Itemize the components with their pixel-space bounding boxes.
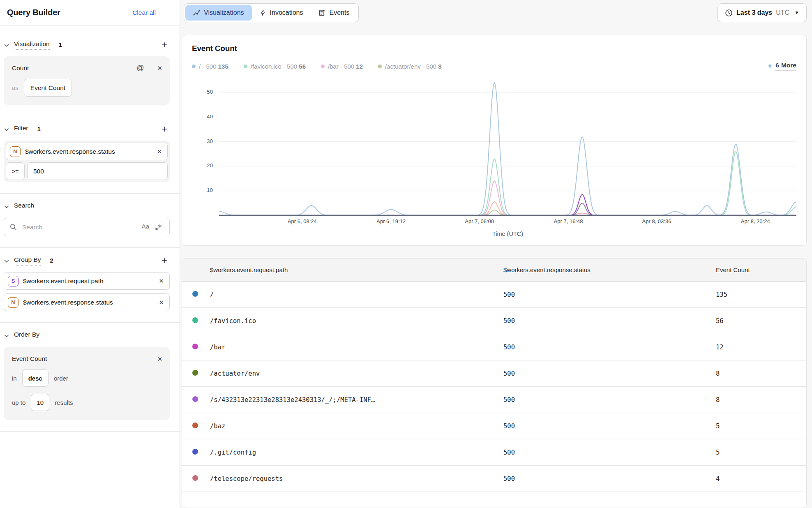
series-color-dot	[192, 317, 198, 323]
time-range-dropdown[interactable]: Last 3 days UTC ▼	[717, 3, 807, 22]
search-section-toggle[interactable]: Search	[4, 202, 34, 211]
cell-event-count: 135	[716, 291, 806, 298]
table-row[interactable]: /baz5005	[182, 413, 806, 439]
cell-response-status: 500	[503, 396, 716, 404]
filter-value-input[interactable]	[27, 162, 168, 180]
legend-dot	[192, 65, 196, 68]
filter-operator-select[interactable]: >=	[6, 162, 25, 180]
filter-field-chip[interactable]: N $workers.event.response.status ✕	[6, 143, 168, 160]
x-axis-labels: Apr 6, 08:24Apr 6, 19:12Apr 7, 06:00Apr …	[219, 218, 796, 226]
table-row[interactable]: /.git/config5005	[182, 439, 806, 466]
table-row[interactable]: /s/432313e22313e28313e2430313/_/;/META-I…	[182, 387, 806, 413]
table-row[interactable]: /telescope/requests5004	[182, 466, 806, 492]
legend-count: 12	[356, 63, 363, 70]
tab-visualizations[interactable]: Visualizations	[185, 5, 252, 21]
legend-item[interactable]: /bar · 500 12	[321, 63, 363, 70]
cell-event-count: 12	[716, 344, 806, 351]
legend-label: /bar · 500 12	[328, 63, 363, 70]
chevron-down-icon: ▼	[794, 10, 799, 16]
up-to-label: up to	[12, 399, 25, 406]
tab-label: Visualizations	[204, 9, 244, 16]
chart-series	[219, 152, 796, 215]
as-label: as	[12, 84, 18, 91]
more-count: 6	[775, 62, 779, 69]
order-direction-select[interactable]: desc	[22, 369, 48, 387]
order-by-section: Order By Event Count ✕ in desc order up …	[0, 323, 180, 431]
column-header-status: $workers.event.response.status	[503, 266, 716, 273]
group-by-chip[interactable]: N $workers.event.response.status ✕	[4, 293, 170, 311]
legend-item[interactable]: /favicon.ico · 500 56	[244, 63, 306, 70]
visualization-count: 1	[59, 41, 62, 49]
event-log-icon	[318, 9, 325, 16]
chart-legend: / · 500 135/favicon.ico · 500 56/bar · 5…	[192, 63, 442, 70]
series-color-dot	[192, 475, 198, 481]
x-tick-label: Apr 7, 16:48	[554, 218, 583, 224]
cell-event-count: 5	[716, 449, 806, 456]
table-row[interactable]: /bar50012	[182, 334, 806, 360]
clear-all-button[interactable]: Clear all	[132, 9, 156, 16]
chart-series	[219, 83, 796, 215]
add-filter-button[interactable]: +	[162, 125, 167, 134]
add-group-by-button[interactable]: +	[162, 256, 167, 266]
number-type-badge: N	[8, 297, 18, 308]
order-by-section-toggle[interactable]: Order By	[4, 331, 39, 340]
legend-item[interactable]: / · 500 135	[192, 63, 228, 70]
add-visualization-button[interactable]: +	[162, 40, 167, 50]
clock-icon	[725, 9, 733, 17]
table-row[interactable]: /actuator/env5008	[182, 360, 806, 387]
group-by-section-toggle[interactable]: Group By 2	[4, 256, 53, 266]
remove-filter-icon[interactable]: ✕	[151, 148, 167, 155]
chart-svg	[219, 80, 796, 216]
x-tick-label: Apr 8, 03:36	[642, 218, 671, 224]
chart-area: 1020304050	[192, 80, 796, 216]
legend-dot	[378, 65, 382, 68]
legend-count: 56	[299, 63, 306, 70]
main-content: Visualizations Invocations Events Last 3…	[180, 0, 812, 508]
legend-dot	[321, 65, 325, 68]
legend-label: /favicon.ico · 500 56	[251, 63, 306, 70]
divider	[0, 431, 180, 432]
result-limit-input[interactable]	[31, 394, 49, 411]
filter-count: 1	[37, 125, 40, 133]
remove-visualization-icon[interactable]: ✕	[157, 65, 162, 71]
visualization-alias-field[interactable]: Event Count	[24, 79, 72, 97]
table-row[interactable]: /500135	[182, 282, 806, 308]
search-section-label: Search	[14, 202, 34, 211]
x-tick-label: Apr 7, 06:00	[465, 218, 494, 224]
cell-event-count: 8	[716, 396, 806, 404]
filter-section: Filter 1 + N $workers.event.response.sta…	[0, 116, 180, 193]
table-row[interactable]: /favicon.ico50056	[182, 308, 806, 334]
group-by-chip[interactable]: S $workers.event.request.path ✕	[4, 272, 170, 290]
legend-item[interactable]: /actuator/env · 500 8	[378, 63, 442, 70]
remove-order-by-icon[interactable]: ✕	[157, 356, 162, 362]
cell-request-path: /.git/config	[210, 449, 503, 456]
cell-request-path: /baz	[210, 423, 503, 430]
legend-more-button[interactable]: + 6More	[768, 62, 796, 71]
cell-response-status: 500	[503, 317, 716, 325]
y-axis-labels: 1020304050	[192, 80, 219, 216]
group-by-field-name: $workers.event.request.path	[23, 277, 104, 285]
series-color-dot	[192, 370, 198, 376]
visualization-section-toggle[interactable]: Visualization 1	[4, 40, 62, 50]
remove-group-by-icon[interactable]: ✕	[153, 277, 169, 285]
search-icon	[9, 223, 17, 231]
table-body: /500135/favicon.ico50056/bar50012/actuat…	[182, 282, 806, 492]
plus-icon: +	[768, 62, 773, 70]
series-color-dot	[192, 396, 198, 402]
tab-events[interactable]: Events	[311, 5, 357, 21]
regex-toggle-icon[interactable]	[155, 223, 162, 231]
metric-label: Count	[12, 65, 29, 72]
timezone-label: UTC	[776, 9, 789, 16]
order-by-field-label: Event Count	[12, 355, 47, 363]
filter-section-toggle[interactable]: Filter 1	[4, 125, 41, 134]
cell-response-status: 500	[503, 475, 716, 483]
group-by-field-name: $workers.event.response.status	[23, 299, 113, 306]
cell-response-status: 500	[503, 423, 716, 430]
tab-invocations[interactable]: Invocations	[252, 5, 311, 21]
remove-group-by-icon[interactable]: ✕	[153, 299, 169, 306]
match-case-toggle[interactable]: Aa	[142, 223, 149, 230]
at-mention-icon[interactable]: @	[136, 64, 144, 72]
legend-label: /actuator/env · 500 8	[385, 63, 442, 70]
tab-label: Events	[329, 9, 349, 16]
filter-section-label: Filter	[14, 125, 28, 134]
